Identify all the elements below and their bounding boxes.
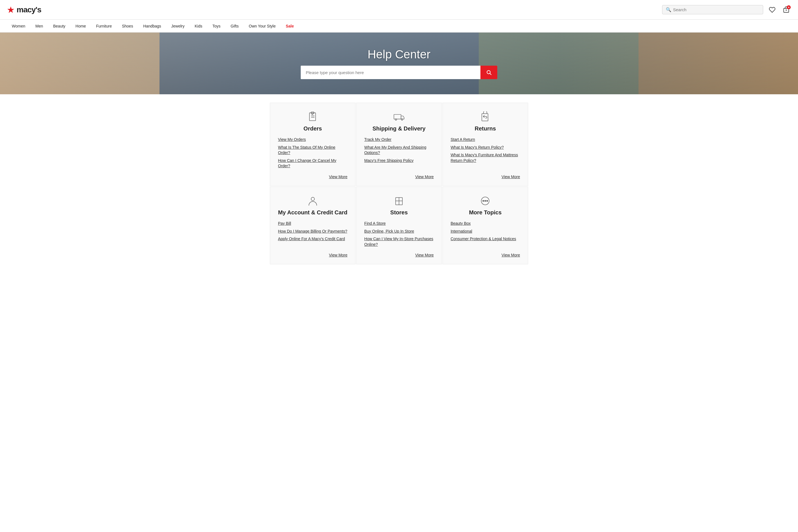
help-cards-top-row: Orders View My Orders What Is The Status… (270, 103, 528, 186)
svg-point-13 (311, 197, 315, 201)
orders-link-1[interactable]: View My Orders (278, 137, 347, 142)
hero-section: Help Center (0, 33, 798, 94)
account-card-links: Pay Bill How Do I Manage Billing Or Paym… (278, 221, 347, 247)
more-topics-link-1[interactable]: Beauty Box (451, 221, 520, 226)
svg-rect-5 (310, 113, 316, 121)
svg-point-18 (483, 200, 484, 202)
logo[interactable]: ★ macy's (7, 5, 41, 14)
nav-item-kids[interactable]: Kids (189, 20, 207, 33)
hero-overlay: Help Center (301, 48, 497, 79)
shipping-link-3[interactable]: Macy's Free Shipping Policy (364, 158, 433, 164)
main-nav: Women Men Beauty Home Furniture Shoes Ha… (0, 20, 798, 33)
hero-title: Help Center (368, 48, 430, 61)
svg-rect-9 (394, 114, 401, 119)
nav-item-furniture[interactable]: Furniture (91, 20, 117, 33)
returns-card-title: Returns (475, 126, 496, 132)
nav-item-beauty[interactable]: Beauty (48, 20, 71, 33)
orders-link-3[interactable]: How Can I Change Or Cancel My Order? (278, 158, 347, 169)
more-topics-card-title: More Topics (469, 209, 501, 216)
cart-badge: ★ (787, 5, 791, 9)
search-bar[interactable]: 🔍 (662, 5, 763, 14)
orders-icon (307, 111, 318, 122)
account-card-title: My Account & Credit Card (278, 209, 347, 216)
hero-search-input[interactable] (301, 66, 480, 79)
search-icon: 🔍 (666, 7, 671, 12)
more-topics-card-links: Beauty Box International Consumer Protec… (451, 221, 520, 247)
svg-point-20 (487, 200, 488, 202)
shipping-card: Shipping & Delivery Track My Order What … (356, 103, 442, 186)
nav-item-men[interactable]: Men (30, 20, 48, 33)
hero-search-button[interactable] (480, 66, 497, 79)
stores-card-title: Stores (390, 209, 408, 216)
shipping-link-2[interactable]: What Are My Delivery And Shipping Option… (364, 145, 433, 156)
returns-card-links: Start A Return What Is Macy's Return Pol… (451, 137, 520, 169)
account-view-more[interactable]: View More (329, 253, 347, 257)
account-link-1[interactable]: Pay Bill (278, 221, 347, 226)
nav-item-home[interactable]: Home (71, 20, 91, 33)
hero-search-icon (486, 70, 491, 75)
cart-button[interactable]: ★ (781, 5, 791, 15)
orders-view-more[interactable]: View More (329, 174, 347, 179)
more-topics-card: More Topics Beauty Box International Con… (443, 187, 528, 264)
nav-item-women[interactable]: Women (7, 20, 30, 33)
returns-link-2[interactable]: What Is Macy's Return Policy? (451, 145, 520, 150)
stores-view-more[interactable]: View More (415, 253, 434, 257)
orders-card-links: View My Orders What Is The Status Of My … (278, 137, 347, 169)
more-topics-view-more[interactable]: View More (501, 253, 520, 257)
nav-item-gifts[interactable]: Gifts (225, 20, 244, 33)
more-topics-icon (480, 195, 491, 207)
logo-star-icon: ★ (7, 5, 15, 14)
stores-icon (393, 195, 405, 207)
account-icon (307, 195, 318, 207)
help-cards-bottom-row: My Account & Credit Card Pay Bill How Do… (270, 187, 528, 264)
stores-card-links: Find A Store Buy Online, Pick Up In Stor… (364, 221, 433, 247)
returns-icon (480, 111, 491, 122)
main-content: Orders View My Orders What Is The Status… (264, 94, 534, 276)
stores-link-3[interactable]: How Can I View My In-Store Purchases Onl… (364, 236, 433, 247)
returns-card: Returns Start A Return What Is Macy's Re… (443, 103, 528, 186)
nav-item-toys[interactable]: Toys (207, 20, 225, 33)
shipping-card-links: Track My Order What Are My Delivery And … (364, 137, 433, 169)
wishlist-button[interactable] (767, 5, 777, 15)
svg-line-4 (490, 74, 491, 75)
shipping-view-more[interactable]: View More (415, 174, 434, 179)
nav-item-sale[interactable]: Sale (281, 20, 299, 33)
stores-card: Stores Find A Store Buy Online, Pick Up … (356, 187, 442, 264)
returns-link-3[interactable]: What Is Macy's Furniture And Mattress Re… (451, 152, 520, 163)
account-link-3[interactable]: Apply Online For A Macy's Credit Card (278, 236, 347, 242)
more-topics-link-3[interactable]: Consumer Protection & Legal Notices (451, 236, 520, 242)
svg-point-19 (485, 200, 486, 202)
more-topics-link-2[interactable]: International (451, 229, 520, 234)
stores-link-1[interactable]: Find A Store (364, 221, 433, 226)
orders-card: Orders View My Orders What Is The Status… (270, 103, 355, 186)
returns-view-more[interactable]: View More (501, 174, 520, 179)
nav-item-jewelry[interactable]: Jewelry (166, 20, 189, 33)
site-header: ★ macy's 🔍 ★ (0, 0, 798, 20)
hero-search-form (301, 66, 497, 79)
nav-item-own-your-style[interactable]: Own Your Style (244, 20, 281, 33)
nav-item-handbags[interactable]: Handbags (138, 20, 166, 33)
account-link-2[interactable]: How Do I Manage Billing Or Payments? (278, 229, 347, 234)
orders-link-2[interactable]: What Is The Status Of My Online Order? (278, 145, 347, 156)
nav-item-shoes[interactable]: Shoes (117, 20, 138, 33)
returns-link-1[interactable]: Start A Return (451, 137, 520, 142)
search-input[interactable] (673, 7, 760, 12)
logo-text: macy's (17, 5, 41, 14)
shipping-icon (393, 111, 405, 122)
heart-icon (769, 6, 776, 13)
shipping-link-1[interactable]: Track My Order (364, 137, 433, 142)
orders-card-title: Orders (303, 126, 322, 132)
shipping-card-title: Shipping & Delivery (373, 126, 426, 132)
header-right: 🔍 ★ (662, 5, 791, 15)
stores-link-2[interactable]: Buy Online, Pick Up In Store (364, 229, 433, 234)
account-card: My Account & Credit Card Pay Bill How Do… (270, 187, 355, 264)
